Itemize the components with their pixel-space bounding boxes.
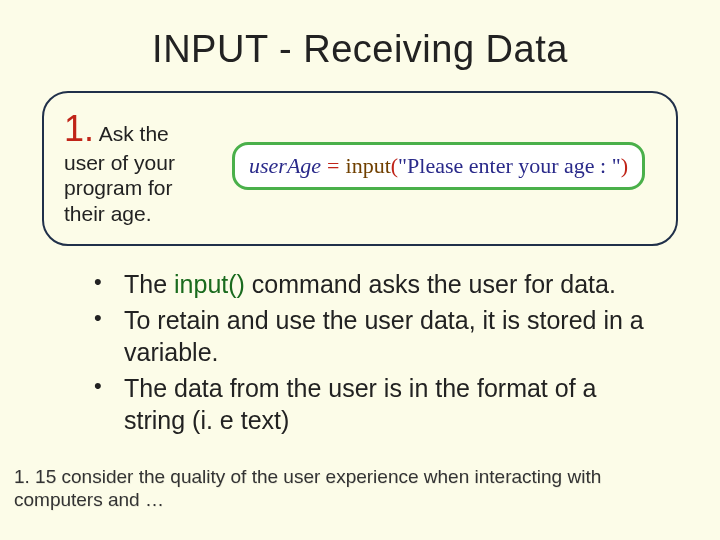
step-description: 1. Ask the user of your program for thei… [64,107,214,226]
code-close-paren: ) [621,153,628,178]
code-illustration: userAge = input("Please enter your age :… [232,142,656,190]
slide-title: INPUT - Receiving Data [30,28,690,71]
code-snippet: userAge = input("Please enter your age :… [232,142,645,190]
list-item: To retain and use the user data, it is s… [90,304,650,368]
slide-footer: 1. 15 consider the quality of the user e… [14,466,690,512]
list-item: The data from the user is in the format … [90,372,650,436]
list-item: The input() command asks the user for da… [90,268,650,300]
step-number: 1. [64,108,94,149]
bullet-text-post: command asks the user for data. [245,270,616,298]
slide-root: INPUT - Receiving Data 1. Ask the user o… [0,0,720,540]
code-variable: userAge [249,153,321,179]
code-open-paren: ( [391,153,398,178]
code-equals: = [327,153,339,179]
bullet-text-pre: The [124,270,174,298]
bullet-list: The input() command asks the user for da… [90,268,650,436]
code-string: "Please enter your age : " [398,153,621,178]
step-callout: 1. Ask the user of your program for thei… [42,91,678,246]
bullet-inline-code: input() [174,270,245,298]
code-function: input [346,153,391,178]
